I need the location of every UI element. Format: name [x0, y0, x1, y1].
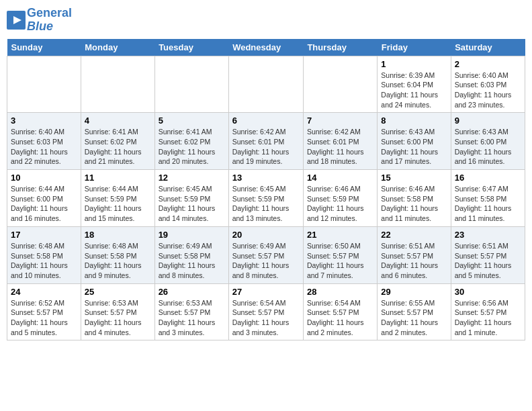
- day-info: Sunrise: 6:44 AM Sunset: 5:59 PM Dayligh…: [85, 184, 151, 224]
- day-info: Sunrise: 6:44 AM Sunset: 6:00 PM Dayligh…: [11, 184, 77, 224]
- calendar-cell: 14Sunrise: 6:46 AM Sunset: 5:59 PM Dayli…: [303, 170, 377, 227]
- calendar-cell: 17Sunrise: 6:48 AM Sunset: 5:58 PM Dayli…: [7, 226, 81, 283]
- week-row-3: 10Sunrise: 6:44 AM Sunset: 6:00 PM Dayli…: [7, 170, 525, 227]
- weekday-saturday: Saturday: [451, 39, 525, 56]
- calendar-cell: 30Sunrise: 6:56 AM Sunset: 5:57 PM Dayli…: [451, 283, 525, 340]
- calendar-cell: 16Sunrise: 6:47 AM Sunset: 5:58 PM Dayli…: [451, 170, 525, 227]
- day-info: Sunrise: 6:41 AM Sunset: 6:02 PM Dayligh…: [85, 127, 151, 167]
- calendar-cell: 15Sunrise: 6:46 AM Sunset: 5:58 PM Dayli…: [378, 170, 451, 227]
- day-number: 9: [455, 116, 521, 126]
- day-info: Sunrise: 6:48 AM Sunset: 5:58 PM Dayligh…: [11, 241, 77, 281]
- calendar-cell: 9Sunrise: 6:43 AM Sunset: 6:00 PM Daylig…: [451, 113, 525, 170]
- day-number: 3: [11, 116, 77, 126]
- calendar-cell: [81, 56, 154, 113]
- day-info: Sunrise: 6:39 AM Sunset: 6:04 PM Dayligh…: [381, 71, 447, 110]
- day-number: 25: [85, 287, 151, 297]
- day-number: 16: [455, 173, 521, 183]
- day-info: Sunrise: 6:56 AM Sunset: 5:57 PM Dayligh…: [455, 298, 521, 338]
- day-info: Sunrise: 6:46 AM Sunset: 5:59 PM Dayligh…: [307, 184, 373, 224]
- calendar-cell: 13Sunrise: 6:45 AM Sunset: 5:59 PM Dayli…: [228, 170, 303, 227]
- calendar-cell: 1Sunrise: 6:39 AM Sunset: 6:04 PM Daylig…: [378, 56, 451, 113]
- day-number: 30: [455, 287, 521, 297]
- calendar-cell: 28Sunrise: 6:54 AM Sunset: 5:57 PM Dayli…: [303, 283, 377, 340]
- day-info: Sunrise: 6:52 AM Sunset: 5:57 PM Dayligh…: [11, 298, 77, 338]
- day-number: 6: [232, 116, 300, 126]
- day-info: Sunrise: 6:53 AM Sunset: 5:57 PM Dayligh…: [85, 298, 151, 338]
- weekday-header-row: SundayMondayTuesdayWednesdayThursdayFrid…: [7, 39, 525, 56]
- day-number: 26: [159, 287, 225, 297]
- day-number: 14: [307, 173, 373, 183]
- week-row-1: 1Sunrise: 6:39 AM Sunset: 6:04 PM Daylig…: [7, 56, 525, 113]
- day-number: 17: [11, 230, 77, 240]
- day-number: 27: [232, 287, 300, 297]
- day-number: 15: [381, 173, 447, 183]
- logo: General Blue: [7, 7, 72, 34]
- day-number: 23: [455, 230, 521, 240]
- logo-icon: [7, 11, 26, 30]
- day-info: Sunrise: 6:49 AM Sunset: 5:58 PM Dayligh…: [159, 241, 225, 281]
- calendar-cell: 3Sunrise: 6:40 AM Sunset: 6:03 PM Daylig…: [7, 113, 81, 170]
- day-info: Sunrise: 6:41 AM Sunset: 6:02 PM Dayligh…: [159, 127, 225, 167]
- week-row-5: 24Sunrise: 6:52 AM Sunset: 5:57 PM Dayli…: [7, 283, 525, 340]
- weekday-wednesday: Wednesday: [228, 39, 303, 56]
- weekday-monday: Monday: [81, 39, 154, 56]
- day-info: Sunrise: 6:40 AM Sunset: 6:03 PM Dayligh…: [455, 71, 521, 110]
- calendar-cell: 11Sunrise: 6:44 AM Sunset: 5:59 PM Dayli…: [81, 170, 154, 227]
- week-row-2: 3Sunrise: 6:40 AM Sunset: 6:03 PM Daylig…: [7, 113, 525, 170]
- calendar-cell: 18Sunrise: 6:48 AM Sunset: 5:58 PM Dayli…: [81, 226, 154, 283]
- calendar-cell: 22Sunrise: 6:51 AM Sunset: 5:57 PM Dayli…: [378, 226, 451, 283]
- calendar-cell: 5Sunrise: 6:41 AM Sunset: 6:02 PM Daylig…: [154, 113, 228, 170]
- weekday-friday: Friday: [378, 39, 451, 56]
- day-number: 19: [159, 230, 225, 240]
- week-row-4: 17Sunrise: 6:48 AM Sunset: 5:58 PM Dayli…: [7, 226, 525, 283]
- calendar-cell: 12Sunrise: 6:45 AM Sunset: 5:59 PM Dayli…: [154, 170, 228, 227]
- calendar-cell: 6Sunrise: 6:42 AM Sunset: 6:01 PM Daylig…: [228, 113, 303, 170]
- calendar-cell: 4Sunrise: 6:41 AM Sunset: 6:02 PM Daylig…: [81, 113, 154, 170]
- calendar-cell: 29Sunrise: 6:55 AM Sunset: 5:57 PM Dayli…: [378, 283, 451, 340]
- day-number: 8: [381, 116, 447, 126]
- day-info: Sunrise: 6:45 AM Sunset: 5:59 PM Dayligh…: [232, 184, 300, 224]
- calendar-cell: 20Sunrise: 6:49 AM Sunset: 5:57 PM Dayli…: [228, 226, 303, 283]
- calendar-cell: 24Sunrise: 6:52 AM Sunset: 5:57 PM Dayli…: [7, 283, 81, 340]
- page-header: General Blue: [7, 7, 525, 34]
- day-number: 24: [11, 287, 77, 297]
- calendar-cell: 19Sunrise: 6:49 AM Sunset: 5:58 PM Dayli…: [154, 226, 228, 283]
- calendar-cell: [7, 56, 81, 113]
- weekday-thursday: Thursday: [303, 39, 377, 56]
- day-info: Sunrise: 6:54 AM Sunset: 5:57 PM Dayligh…: [232, 298, 300, 338]
- calendar-cell: 27Sunrise: 6:54 AM Sunset: 5:57 PM Dayli…: [228, 283, 303, 340]
- day-number: 4: [85, 116, 151, 126]
- calendar-table: SundayMondayTuesdayWednesdayThursdayFrid…: [7, 39, 525, 341]
- day-number: 13: [232, 173, 300, 183]
- day-info: Sunrise: 6:45 AM Sunset: 5:59 PM Dayligh…: [159, 184, 225, 224]
- day-number: 28: [307, 287, 373, 297]
- calendar-cell: 10Sunrise: 6:44 AM Sunset: 6:00 PM Dayli…: [7, 170, 81, 227]
- day-info: Sunrise: 6:55 AM Sunset: 5:57 PM Dayligh…: [381, 298, 447, 338]
- weekday-sunday: Sunday: [7, 39, 81, 56]
- day-info: Sunrise: 6:43 AM Sunset: 6:00 PM Dayligh…: [381, 127, 447, 167]
- day-info: Sunrise: 6:43 AM Sunset: 6:00 PM Dayligh…: [455, 127, 521, 167]
- day-info: Sunrise: 6:53 AM Sunset: 5:57 PM Dayligh…: [159, 298, 225, 338]
- day-info: Sunrise: 6:46 AM Sunset: 5:58 PM Dayligh…: [381, 184, 447, 224]
- calendar-cell: [303, 56, 377, 113]
- day-info: Sunrise: 6:49 AM Sunset: 5:57 PM Dayligh…: [232, 241, 300, 281]
- day-info: Sunrise: 6:40 AM Sunset: 6:03 PM Dayligh…: [11, 127, 77, 167]
- calendar-cell: 21Sunrise: 6:50 AM Sunset: 5:57 PM Dayli…: [303, 226, 377, 283]
- day-info: Sunrise: 6:47 AM Sunset: 5:58 PM Dayligh…: [455, 184, 521, 224]
- day-info: Sunrise: 6:54 AM Sunset: 5:57 PM Dayligh…: [307, 298, 373, 338]
- day-number: 2: [455, 59, 521, 69]
- calendar-cell: 25Sunrise: 6:53 AM Sunset: 5:57 PM Dayli…: [81, 283, 154, 340]
- day-number: 18: [85, 230, 151, 240]
- day-number: 22: [381, 230, 447, 240]
- calendar-cell: [154, 56, 228, 113]
- day-number: 5: [159, 116, 225, 126]
- calendar-cell: [228, 56, 303, 113]
- logo-text: General Blue: [27, 7, 72, 34]
- calendar-cell: 26Sunrise: 6:53 AM Sunset: 5:57 PM Dayli…: [154, 283, 228, 340]
- day-number: 7: [307, 116, 373, 126]
- day-info: Sunrise: 6:50 AM Sunset: 5:57 PM Dayligh…: [307, 241, 373, 281]
- calendar-cell: 8Sunrise: 6:43 AM Sunset: 6:00 PM Daylig…: [378, 113, 451, 170]
- day-info: Sunrise: 6:51 AM Sunset: 5:57 PM Dayligh…: [455, 241, 521, 281]
- day-info: Sunrise: 6:42 AM Sunset: 6:01 PM Dayligh…: [307, 127, 373, 167]
- calendar-cell: 23Sunrise: 6:51 AM Sunset: 5:57 PM Dayli…: [451, 226, 525, 283]
